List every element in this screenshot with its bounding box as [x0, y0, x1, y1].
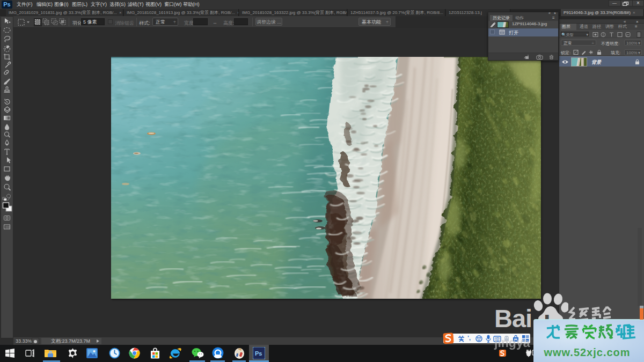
svg-text:Ps: Ps: [255, 350, 262, 357]
